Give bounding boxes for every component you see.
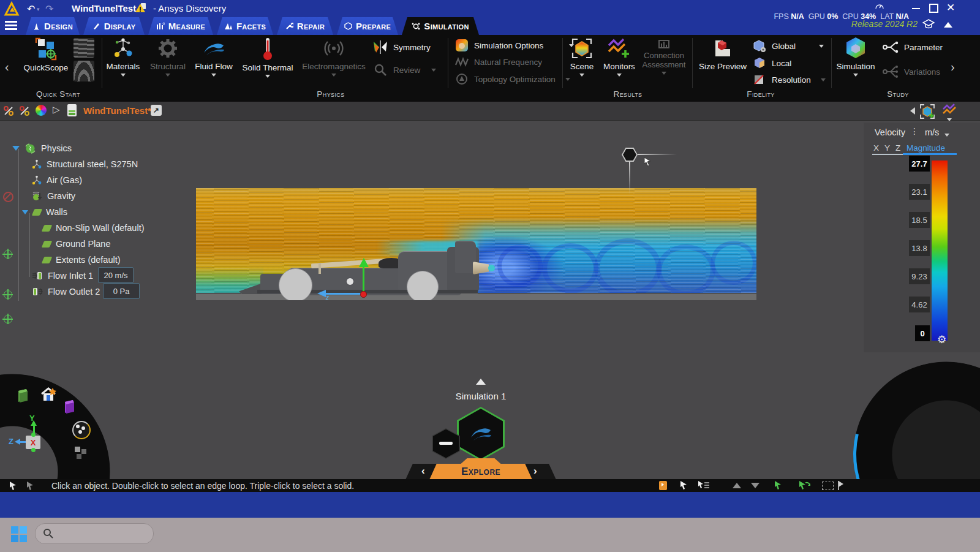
suppress-gravity-icon[interactable] (3, 192, 13, 202)
collapse-panel-icon[interactable] (910, 107, 915, 115)
learning-cap-icon[interactable] (922, 18, 935, 29)
undo-button[interactable]: ↶ (27, 3, 35, 15)
tree-item-structural-steel[interactable]: Structural steel, S275N (32, 156, 138, 172)
legend-tab-z[interactable]: Z (895, 143, 900, 153)
tab-facets[interactable]: Facets (217, 17, 273, 35)
triad-x-cube[interactable]: X (26, 436, 40, 449)
simulation-stage-hex[interactable] (457, 407, 505, 461)
locate-flow-outlet-icon[interactable] (4, 315, 12, 323)
legend-min-value[interactable]: 0 (915, 325, 930, 341)
menu-button[interactable] (5, 21, 17, 31)
select-cursor-icon[interactable] (9, 481, 18, 491)
materials-dropdown-icon[interactable] (121, 74, 126, 77)
collapse-ribbon-icon[interactable] (944, 22, 952, 28)
collapse-stage-hex[interactable] (432, 428, 460, 459)
probe-pin[interactable] (622, 148, 638, 162)
scene-dropdown-icon[interactable] (579, 74, 584, 77)
minimize-button[interactable] (912, 8, 920, 9)
fluid-flow-button[interactable]: Fluid Flow (191, 37, 236, 77)
tree-item-flow-inlet[interactable]: Flow Inlet 1 (32, 268, 93, 284)
monitors-button[interactable]: Monitors (600, 37, 638, 77)
legend-unit[interactable]: m/s (925, 127, 939, 137)
collapse-icon[interactable] (22, 210, 28, 214)
tree-item-non-slip-wall[interactable]: Non-Slip Wall (default) (43, 220, 145, 236)
manipulator-origin[interactable] (360, 291, 367, 298)
scene-button[interactable]: Scene (565, 37, 599, 77)
undo-dropdown-icon[interactable]: ▾ (37, 6, 40, 12)
simulation-options-button[interactable]: Simulation Options (454, 38, 574, 53)
resolution-button[interactable]: Resolution (752, 73, 826, 86)
start-button[interactable] (11, 526, 27, 542)
rear-wheel-sphere[interactable] (407, 271, 439, 300)
legend-colorbar[interactable] (932, 161, 948, 341)
ribbon-scroll-right-icon[interactable]: › (951, 61, 955, 73)
manipulator-z-arrowhead[interactable] (317, 290, 326, 297)
tree-item-air-gas[interactable]: Air (Gas) (32, 172, 82, 188)
flow-inlet-value[interactable]: 20 m/s (98, 267, 134, 283)
cursor-list-icon[interactable] (697, 480, 710, 491)
legend-unit-dropdown-icon[interactable] (944, 134, 949, 137)
warning-icon[interactable] (135, 3, 146, 13)
monitors-dropdown-icon[interactable] (617, 74, 622, 77)
tab-repair[interactable]: Repair (277, 17, 333, 35)
play-icon[interactable]: ▷ (53, 104, 60, 115)
solid-thermal-button[interactable]: Solid Thermal (240, 37, 295, 78)
locate-flow-inlet-icon[interactable] (4, 290, 12, 299)
timeline-expand-icon[interactable] (476, 379, 486, 385)
tab-simulation[interactable]: Simulation (402, 17, 479, 35)
pop-out-icon[interactable]: ↗ (151, 105, 162, 116)
pixel-view-icon[interactable] (75, 447, 88, 460)
solid-thermal-dropdown-icon[interactable] (265, 75, 270, 78)
body-point-marker[interactable] (346, 278, 354, 285)
parameter-button[interactable]: Parameter (882, 40, 943, 54)
gauge-percent-icon-2[interactable] (18, 105, 31, 117)
home-view-icon[interactable] (39, 385, 58, 404)
global-dropdown-icon[interactable] (819, 45, 824, 48)
quickscope-button[interactable]: QuickScope (21, 37, 71, 72)
legend-tab-x[interactable]: X (873, 143, 879, 153)
manipulator-y-arrowhead[interactable] (359, 258, 369, 267)
tab-display[interactable]: Display (83, 17, 145, 35)
legend-tab-y[interactable]: Y (884, 143, 890, 153)
legend-max-value[interactable]: 27.7 (909, 156, 930, 172)
explore-prev-icon[interactable]: ‹ (421, 465, 425, 477)
document-icon[interactable] (67, 104, 77, 116)
tab-measure[interactable]: Measure (148, 17, 213, 35)
box-select-icon[interactable] (822, 482, 834, 490)
tree-item-physics[interactable]: Physics (12, 140, 72, 156)
close-button[interactable]: ✕ (946, 1, 955, 14)
tree-item-extents[interactable]: Extents (default) (43, 252, 121, 268)
green-cursor-icon[interactable] (773, 480, 783, 491)
legend-options-kebab-icon[interactable]: ⋮ (910, 126, 919, 136)
explore-button[interactable]: Explore (461, 466, 500, 478)
search-box[interactable] (35, 523, 154, 544)
fluid-flow-dropdown-icon[interactable] (211, 74, 216, 77)
collapse-icon[interactable] (12, 146, 20, 151)
cursor-mode-icon[interactable] (679, 480, 688, 491)
explore-next-icon[interactable]: › (533, 465, 537, 477)
paint-select-icon[interactable] (837, 480, 845, 491)
front-wheel-sphere[interactable] (279, 268, 312, 300)
simulation-study-dropdown-icon[interactable] (853, 74, 858, 77)
legend-settings-gear-icon[interactable]: ⚙ (937, 333, 946, 346)
iso-view-icon[interactable] (15, 387, 31, 404)
select-cursor-alt-icon[interactable] (26, 481, 36, 491)
scope-preset-thumbnail[interactable] (74, 38, 94, 58)
add-scene-icon[interactable] (919, 103, 936, 120)
previous-selection-icon[interactable] (733, 483, 741, 488)
tab-prepare[interactable]: Prepare (337, 17, 398, 35)
viewport-3d[interactable]: z Physics (0, 121, 980, 479)
symmetry-button[interactable]: Symmetry (372, 39, 431, 55)
green-cursor-redo-icon[interactable] (797, 480, 811, 491)
tree-item-flow-outlet[interactable]: Flow Outlet 2 (32, 284, 100, 300)
active-document-label[interactable]: WindTunelTest* (83, 105, 151, 116)
maximize-button[interactable] (929, 4, 938, 13)
tree-item-gravity[interactable]: Gravity (32, 188, 75, 204)
local-fidelity-button[interactable]: Local (752, 56, 791, 70)
materials-button[interactable]: Materials (103, 37, 143, 77)
redo-button[interactable]: ↷ (45, 3, 53, 15)
size-preview-button[interactable]: Size Preview (699, 37, 746, 71)
ribbon-scroll-left-icon[interactable]: ‹ (5, 61, 9, 73)
ortho-view-icon[interactable] (61, 398, 77, 415)
gauge-percent-icon[interactable] (2, 105, 15, 117)
